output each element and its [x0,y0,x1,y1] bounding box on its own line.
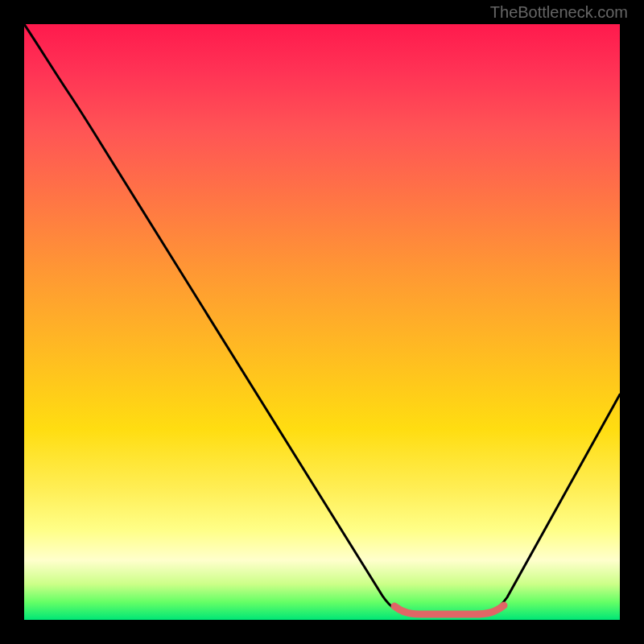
valley-highlight [394,605,504,614]
bottleneck-curve [24,24,620,613]
chart-svg [24,24,620,620]
plot-area [24,24,620,620]
watermark-text: TheBottleneck.com [490,3,628,22]
